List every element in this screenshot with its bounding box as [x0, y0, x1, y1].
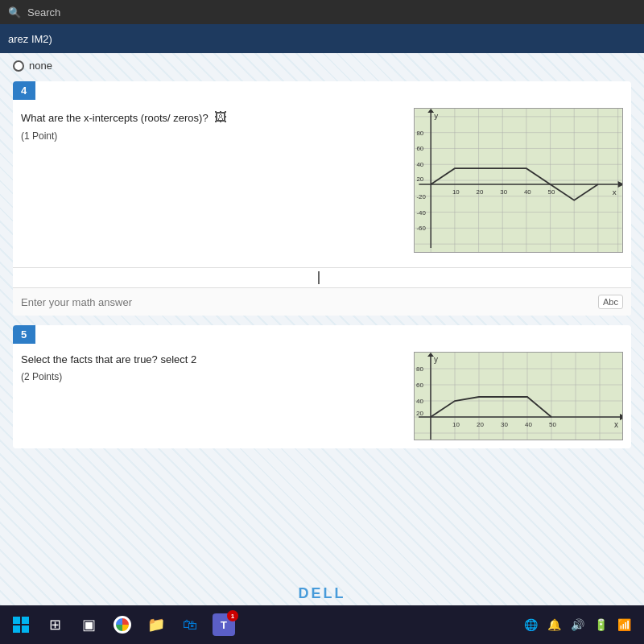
search-text[interactable]: Search	[27, 6, 60, 19]
main-content: none 4 What are the x-intercepts (roots/…	[0, 53, 644, 605]
network-icon: 🌐	[521, 617, 541, 633]
question-4-graph: y x 10 20 30 40 50 80 60 40 20 -20 -40	[414, 108, 623, 253]
image-icon: 🖼	[214, 110, 227, 124]
svg-text:30: 30	[500, 188, 507, 196]
svg-text:20: 20	[477, 421, 484, 428]
question-4-text-area: What are the x-intercepts (roots/ zeros)…	[21, 108, 406, 253]
question-4-text: What are the x-intercepts (roots/ zeros)…	[21, 108, 406, 127]
svg-text:20: 20	[416, 175, 423, 183]
svg-text:-20: -20	[416, 193, 426, 200]
chrome-button[interactable]	[108, 610, 137, 639]
none-radio[interactable]	[13, 60, 24, 72]
search-icon: 🔍	[8, 6, 21, 19]
svg-text:60: 60	[416, 382, 423, 389]
graph-2-svg: y x 10 20 30 40 50 80 60 40 20	[415, 353, 623, 440]
folder-icon: 📁	[147, 616, 165, 634]
question-4-points: (1 Point)	[21, 130, 406, 142]
svg-text:40: 40	[416, 161, 423, 168]
svg-text:20: 20	[477, 188, 484, 196]
question-5-points: (2 Points)	[21, 371, 406, 382]
svg-text:10: 10	[452, 188, 460, 196]
question-5-body: Select the facts that are true? select 2…	[13, 344, 631, 448]
question-4-body: What are the x-intercepts (roots/ zeros)…	[13, 100, 631, 261]
graph-1-svg: y x 10 20 30 40 50 80 60 40 20 -20 -40	[415, 109, 622, 252]
svg-text:30: 30	[501, 421, 508, 428]
svg-text:10: 10	[452, 421, 460, 428]
top-bar: 🔍 Search	[0, 0, 644, 24]
svg-text:-40: -40	[416, 209, 426, 217]
svg-text:x: x	[614, 420, 618, 429]
svg-text:y: y	[434, 111, 438, 120]
none-option[interactable]: none	[13, 60, 631, 72]
question-5-block: 5 Select the facts that are true? select…	[13, 325, 631, 448]
abc-badge: Abc	[598, 295, 623, 309]
start-button[interactable]	[6, 610, 35, 639]
dell-logo: DELL	[299, 585, 346, 602]
system-tray: 🌐 🔔 🔊 🔋 📶	[521, 617, 638, 633]
svg-text:y: y	[434, 355, 438, 364]
taskview-button[interactable]: ▣	[74, 610, 103, 639]
svg-text:50: 50	[549, 421, 556, 428]
answer-input[interactable]	[21, 296, 592, 308]
teams-badge: 1	[227, 610, 238, 621]
store-button[interactable]: 🛍	[175, 610, 204, 639]
battery-icon: 🔋	[591, 617, 611, 633]
cursor	[318, 271, 320, 284]
notification-icon: 🔔	[544, 617, 564, 633]
taskview-icon: ▣	[82, 616, 96, 634]
taskbar-search-button[interactable]: ⊞	[40, 610, 69, 639]
svg-text:20: 20	[416, 410, 423, 417]
svg-text:60: 60	[416, 145, 423, 152]
svg-text:-60: -60	[416, 225, 426, 232]
teams-button[interactable]: T 1	[209, 610, 238, 639]
svg-marker-53	[620, 414, 623, 420]
svg-text:40: 40	[525, 421, 532, 428]
question-4-block: 4 What are the x-intercepts (roots/ zero…	[13, 81, 631, 316]
question-5-number: 5	[13, 325, 35, 344]
answer-input-area[interactable]: Abc	[13, 287, 631, 316]
app-title: arez IM2)	[8, 33, 52, 45]
svg-text:50: 50	[548, 188, 555, 196]
taskbar-search-icon: ⊞	[49, 616, 61, 634]
taskbar: ⊞ ▣ 📁 🛍 T 1 🌐 🔔 🔊 🔋 📶	[0, 605, 644, 644]
question-5-graph: y x 10 20 30 40 50 80 60 40 20	[414, 352, 623, 440]
volume-icon: 🔊	[568, 617, 588, 633]
wifi-icon: 📶	[614, 617, 634, 633]
windows-icon	[13, 617, 29, 633]
question-4-number: 4	[13, 81, 35, 100]
svg-text:x: x	[613, 188, 617, 196]
question-5-text: Select the facts that are true? select 2	[21, 352, 406, 368]
svg-text:40: 40	[524, 188, 531, 196]
folder-button[interactable]: 📁	[142, 610, 171, 639]
svg-text:80: 80	[416, 365, 423, 373]
question-5-text-area: Select the facts that are true? select 2…	[21, 352, 406, 440]
store-icon: 🛍	[183, 617, 197, 634]
svg-text:40: 40	[416, 398, 423, 405]
chrome-icon	[114, 616, 131, 634]
none-label: none	[29, 60, 52, 72]
app-bar: arez IM2)	[0, 24, 644, 53]
teams-icon: T 1	[213, 613, 235, 636]
svg-text:80: 80	[416, 130, 423, 137]
